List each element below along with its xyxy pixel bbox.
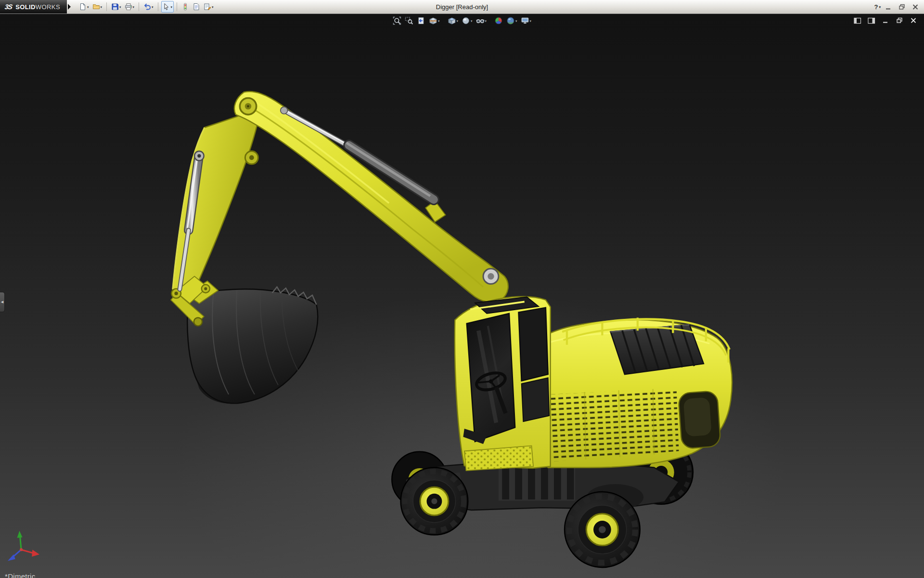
select-button[interactable]: ▾ [161,1,174,13]
solidworks-window: ▾ ▾ ▾ [0,0,924,578]
view-cube-icon [447,16,456,25]
close-window-button[interactable] [910,2,921,12]
previous-view-button[interactable] [416,16,426,26]
pane-left-icon [854,17,861,24]
upper-body[interactable] [548,317,732,467]
help-label: ? [874,3,878,11]
brand-wordmark: SOLIDWORKS [15,3,60,11]
toolbar-separator [106,2,107,11]
cab[interactable] [455,297,551,468]
side-window [519,308,548,381]
wheel-rear-near[interactable] [565,492,640,567]
print-icon [125,3,132,11]
close-window-icon [912,4,919,10]
graphics-area[interactable]: ▾ ▾ ▾ [0,0,924,578]
toolbar-separator [177,2,177,11]
minimize-document-button[interactable] [881,16,890,25]
document-window-controls [853,16,918,25]
zoom-to-fit-icon [393,16,401,25]
new-document-icon [79,3,87,11]
save-icon [111,3,119,11]
solidworks-logo: 3S SOLIDWORKS [0,0,67,13]
file-properties-button[interactable] [191,1,202,13]
edit-appearance-button[interactable] [493,16,504,26]
maximize-window-button[interactable] [896,2,908,12]
eyeglasses-icon [476,16,485,25]
pane-right-button[interactable] [867,16,876,25]
wheel-front-near[interactable] [401,468,468,535]
featuremanager-collapse-tab[interactable]: ◀ [0,292,5,312]
save-button[interactable]: ▾ [110,1,123,13]
titlebar: 3S SOLIDWORKS ▾ ▾ [0,0,924,14]
rebuild-traffic-light-icon [181,3,189,11]
toolbar-separator [158,2,158,11]
open-button[interactable]: ▾ [91,1,104,13]
view-orientation-button[interactable]: ▾ [446,16,459,26]
standard-toolbar: ▾ ▾ ▾ [77,1,215,13]
zoom-to-fit-button[interactable] [392,16,402,26]
shaded-cube-icon [462,16,470,25]
section-view-icon [429,16,437,25]
undo-icon [143,3,151,11]
section-view-button[interactable]: ▾ [428,16,441,26]
heads-up-view-toolbar: ▾ ▾ ▾ [392,16,532,26]
main-boom[interactable] [234,92,508,302]
minimize-window-icon [885,4,892,10]
close-document-icon [910,17,917,24]
close-document-button[interactable] [909,16,918,25]
restore-document-icon [896,17,903,24]
restore-window-icon [898,4,905,10]
rebuild-button[interactable] [180,1,191,13]
stick-arm[interactable] [173,109,260,297]
orientation-triad[interactable] [8,531,39,561]
hide-show-items-button[interactable]: ▾ [475,16,488,26]
pane-right-icon [868,17,875,24]
minimize-document-icon [882,17,889,24]
pane-left-button[interactable] [853,16,862,25]
restore-document-button[interactable] [895,16,904,25]
options-button[interactable]: ▾ [202,1,215,13]
help-button[interactable]: ? ▾ [874,3,881,11]
side-window-lower [522,378,550,421]
print-button[interactable]: ▾ [123,1,136,13]
document-title: Digger [Read-only] [436,0,488,14]
file-properties-icon [192,3,200,11]
bucket[interactable] [186,281,318,404]
zoom-to-area-button[interactable] [404,16,414,26]
apply-scene-button[interactable]: ▾ [505,16,518,26]
view-orientation-label: *Dimetric [5,572,36,578]
view-settings-icon [521,16,529,25]
display-style-button[interactable]: ▾ [461,16,474,26]
scene-sphere-icon [506,16,515,25]
digger-model-render[interactable] [0,0,924,578]
view-settings-button[interactable]: ▾ [520,16,533,26]
titlebar-right-controls: ? ▾ [874,0,921,14]
toolbar-separator [139,2,139,11]
undo-button[interactable]: ▾ [142,1,155,13]
brand-chevron [68,4,71,10]
dassault-3ds-mark: 3S [4,3,13,11]
options-icon [204,3,211,11]
side-vents [551,389,679,462]
zoom-to-area-icon [405,16,413,25]
minimize-window-button[interactable] [883,2,894,12]
new-button[interactable]: ▾ [77,1,90,13]
open-folder-icon [92,3,100,11]
excavator-model[interactable] [171,92,732,567]
previous-view-icon [417,16,425,25]
windshield [467,314,515,442]
chevron-down-icon: ▾ [879,5,881,9]
select-cursor-icon [163,3,170,11]
rgb-sphere-icon [494,16,503,25]
